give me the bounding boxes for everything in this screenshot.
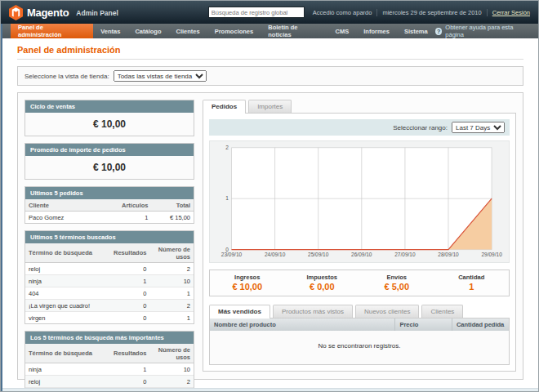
tab-importes[interactable]: Importes (248, 100, 292, 113)
page-content: Panel de administración Seleccione la vi… (2, 38, 538, 388)
chart-y-label: 2 (225, 145, 229, 150)
metric-impuestos: Impuestos € 0,00 (285, 270, 360, 296)
metric-ingresos: Ingresos € 10,00 (210, 270, 285, 296)
user-info: Accedió como apardo miércoles 29 de sept… (313, 9, 530, 16)
help-icon: ? (435, 28, 443, 35)
nav-item-promociones[interactable]: Promociones (207, 24, 261, 38)
orders-tab-content: Seleccionar rango: Last 7 Days (203, 113, 516, 372)
chart-x-label: 26/09/10 (351, 252, 372, 257)
dashboard-main: Pedidos Importes Seleccionar rango: Last… (203, 100, 516, 372)
chart-x-label: 27/09/10 (394, 252, 416, 257)
tab-productos-mas-vistos[interactable]: Productos más vistos (273, 305, 353, 318)
store-view-select[interactable]: Todas las vistas de tienda (114, 70, 207, 82)
table-row[interactable]: reloj 0 2 (25, 263, 194, 275)
column-header: Artículos (109, 199, 152, 212)
nav-item-boletin[interactable]: Boletín de noticias (261, 24, 327, 38)
lifetime-sales-value: € 10,00 (25, 113, 194, 136)
tab-clientes[interactable]: Clientes (421, 305, 463, 318)
grid-tabs: Más vendidos Productos más vistos Nuevos… (209, 305, 510, 318)
top-search-terms-box: Los 5 términos de búsqueda más important… (24, 331, 194, 388)
column-header: Término de búsqueda (25, 344, 109, 363)
help-label: Obtener ayuda para esta página (445, 24, 530, 38)
table-row[interactable]: virgen 0 1 (25, 312, 194, 324)
column-header: Cantidad pedida (452, 318, 509, 331)
table-row[interactable]: ¡La virgen que cuadro! 0 2 (25, 300, 194, 312)
range-bar: Seleccionar rango: Last 7 Days (209, 119, 510, 136)
store-view-switcher: Seleccione la vista de tienda: Todas las… (17, 66, 523, 86)
page-title: Panel de administración (17, 45, 523, 55)
chart-x-label: 29/09/10 (481, 252, 502, 257)
logout-link[interactable]: Cerrar Sesión (487, 9, 530, 16)
magento-logo-icon (9, 5, 23, 20)
last-search-terms-table: Término de búsqueda Resultados Número de… (25, 243, 194, 323)
lifetime-sales-box: Ciclo de ventas € 10,00 (24, 100, 194, 136)
top-search-terms-table: Término de búsqueda Resultados Número de… (25, 344, 194, 388)
chart-x-label: 23/09/10 (221, 252, 243, 257)
column-header: Resultados (109, 344, 149, 363)
last-orders-title: Ultimos 5 pedidos (25, 187, 194, 199)
bestsellers-table: Nombre del producto Precio Cantidad pedi… (210, 318, 509, 364)
tab-nuevos-clientes[interactable]: Nuevos clientes (355, 305, 419, 318)
nav-item-cms[interactable]: CMS (328, 24, 357, 38)
column-header: Resultados (109, 243, 149, 263)
totals-bar: Ingresos € 10,00 Impuestos € 0,00 Envíos… (209, 270, 510, 296)
average-orders-box: Promedio de importe de pedidos € 10,00 (24, 143, 194, 180)
lifetime-sales-title: Ciclo de ventas (25, 100, 194, 113)
nav-item-sistema[interactable]: Sistema (397, 24, 435, 38)
table-row[interactable]: reloj 0 2 (25, 376, 194, 388)
top-search-terms-title: Los 5 términos de búsqueda más important… (25, 332, 194, 344)
admin-header: Magento Admin Panel Accedió como apardo … (1, 1, 538, 24)
brand-suffix: Admin Panel (76, 9, 118, 17)
bestsellers-grid: Nombre del producto Precio Cantidad pedi… (209, 318, 510, 365)
logged-in-as: Accedió como apardo (313, 9, 372, 16)
page-body: Panel de administración Ventas Catálogo … (1, 24, 538, 392)
table-row[interactable]: 404 0 1 (25, 287, 194, 300)
nav-item-catalogo[interactable]: Catálogo (127, 24, 168, 38)
table-row[interactable]: ninja 1 10 (25, 275, 194, 287)
main-nav: Panel de administración Ventas Catálogo … (2, 24, 538, 38)
last-orders-table: Cliente Artículos Total Paco Gomez 1 € 1… (25, 199, 194, 223)
metric-cantidad: Cantidad 1 (434, 270, 510, 296)
global-search-input[interactable] (208, 7, 305, 18)
chart-x-label: 25/09/10 (308, 252, 329, 257)
column-header: Número de usos (149, 243, 194, 263)
tab-mas-vendidos[interactable]: Más vendidos (209, 305, 270, 318)
column-header: Cliente (25, 199, 109, 212)
nav-item-clientes[interactable]: Clientes (169, 24, 207, 38)
metric-envios: Envíos € 5,00 (359, 270, 434, 296)
chart-y-label: 1 (225, 195, 229, 201)
column-header: Nombre del producto (210, 318, 395, 331)
average-orders-value: € 10,00 (25, 156, 194, 179)
dashboard-container: Ciclo de ventas € 10,00 Promedio de impo… (17, 92, 523, 380)
table-row[interactable]: ninja 1 10 (25, 363, 194, 376)
range-label: Seleccionar rango: (393, 124, 448, 131)
orders-chart: 0 1 2 23/09/10 24/09/10 25/09/10 26/09/1… (209, 140, 510, 263)
orders-chart-svg: 0 1 2 23/09/10 24/09/10 25/09/10 26/09/1… (215, 145, 504, 261)
nav-item-informes[interactable]: Informes (356, 24, 397, 38)
title-divider (17, 59, 523, 60)
magento-logo[interactable]: Magento Admin Panel (9, 5, 118, 20)
browser-viewport: Magento Admin Panel Accedió como apardo … (0, 0, 539, 392)
store-view-label: Seleccione la vista de tienda: (24, 73, 109, 80)
current-date: miércoles 29 de septiembre de 2010 (376, 9, 481, 16)
nav-item-panel-de-administracion[interactable]: Panel de administración (11, 24, 93, 38)
empty-records-message: No se encontraron registros. (210, 331, 509, 364)
dashboard-sidebar: Ciclo de ventas € 10,00 Promedio de impo… (24, 100, 194, 372)
table-row[interactable]: Paco Gomez 1 € 15,00 (25, 212, 194, 224)
range-select[interactable]: Last 7 Days (452, 122, 505, 133)
chart-x-label: 28/09/10 (438, 252, 459, 257)
footer-strip (2, 388, 538, 392)
column-header: Término de búsqueda (25, 243, 109, 263)
chart-x-label: 24/09/10 (265, 252, 286, 257)
help-link[interactable]: ? Obtener ayuda para esta página (435, 24, 538, 38)
last-orders-box: Ultimos 5 pedidos Cliente Artículos Tota… (24, 186, 194, 224)
tab-pedidos[interactable]: Pedidos (203, 100, 246, 114)
column-header: Número de usos (149, 344, 194, 363)
average-orders-title: Promedio de importe de pedidos (25, 144, 194, 156)
nav-item-ventas[interactable]: Ventas (93, 24, 127, 38)
diagram-tabs: Pedidos Importes (203, 100, 516, 113)
last-search-terms-box: Ultimos 5 términos buscados Término de b… (24, 230, 194, 324)
column-header: Precio (395, 318, 452, 331)
last-search-terms-title: Ultimos 5 términos buscados (25, 231, 194, 243)
column-header: Total (152, 199, 194, 212)
